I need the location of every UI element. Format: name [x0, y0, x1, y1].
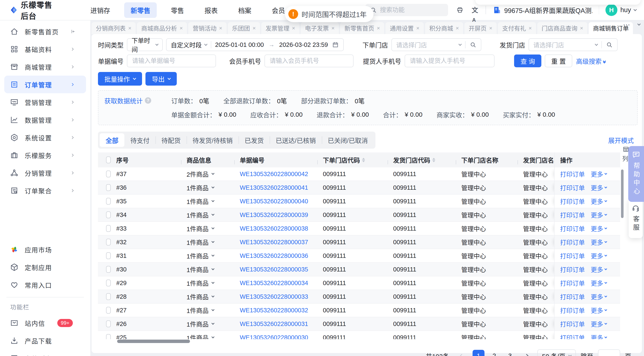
global-search[interactable] [366, 4, 448, 16]
more-actions-link[interactable]: 更多 [591, 333, 607, 339]
picker-phone-input[interactable] [405, 54, 494, 67]
sidebar-item[interactable]: 文件列表 [4, 350, 86, 356]
print-order-link[interactable]: 打印订单 [560, 306, 585, 315]
tabs-collapse-button[interactable] [638, 23, 640, 26]
row-items-dropdown[interactable]: 1件商品 [181, 251, 234, 260]
row-items-dropdown[interactable]: 1件商品 [181, 265, 234, 274]
col-ship-store-code[interactable]: 发货门店代码 [388, 156, 456, 164]
sidebar-item[interactable]: 定制应用 [4, 258, 86, 276]
row-checkbox[interactable] [106, 170, 111, 177]
more-actions-link[interactable]: 更多 [591, 210, 607, 219]
store-switcher[interactable]: 99675-A组新界面果蔬版QA测... [492, 5, 592, 15]
page-tab[interactable]: 支付有礼 × [498, 22, 536, 34]
page-tab[interactable]: 通用设置 × [386, 22, 424, 34]
sidebar-item[interactable]: 产品下载 [4, 332, 86, 350]
doc-no-link[interactable]: WE13053260228000038 [240, 225, 308, 232]
order-status-tab[interactable]: 全部 [100, 133, 124, 147]
jump-page-input[interactable] [598, 350, 620, 356]
sidebar-item[interactable]: 基础资料 [4, 40, 86, 58]
doc-no-link[interactable]: WE13053260228000039 [240, 212, 308, 218]
close-icon[interactable]: × [528, 25, 532, 32]
help-question-icon[interactable]: ? [145, 97, 151, 104]
print-order-link[interactable]: 打印订单 [560, 210, 585, 219]
row-checkbox[interactable] [106, 212, 111, 218]
fetch-stats-link[interactable]: 获取数据统计 ? [104, 96, 171, 105]
more-actions-link[interactable]: 更多 [591, 306, 607, 315]
print-order-link[interactable]: 打印订单 [560, 278, 585, 288]
row-checkbox[interactable] [106, 334, 111, 339]
more-actions-link[interactable]: 更多 [591, 170, 607, 178]
reset-button[interactable]: 重 置 [545, 54, 572, 67]
topbar-nav-item[interactable]: 报表 [198, 2, 224, 18]
order-store-select[interactable]: 请选择门店 [392, 38, 481, 51]
sort-icon[interactable] [362, 158, 365, 162]
search-icon[interactable] [606, 41, 613, 48]
tabs-more-button[interactable]: ⋯ [623, 20, 630, 29]
more-actions-link[interactable]: 更多 [591, 183, 607, 192]
advanced-search-link[interactable]: 高级搜索 [576, 56, 606, 66]
horizontal-scrollbar[interactable] [98, 339, 620, 344]
doc-no-input[interactable] [127, 54, 216, 67]
row-checkbox[interactable] [106, 252, 111, 259]
close-icon[interactable]: × [489, 25, 492, 32]
close-icon[interactable]: × [331, 25, 334, 32]
global-search-input[interactable] [380, 6, 444, 14]
print-order-link[interactable]: 打印订单 [560, 333, 585, 339]
search-button[interactable]: 查 询 [514, 54, 541, 67]
more-actions-link[interactable]: 更多 [591, 278, 607, 288]
more-actions-link[interactable]: 更多 [591, 224, 607, 233]
more-actions-link[interactable]: 更多 [591, 320, 607, 328]
close-icon[interactable]: × [252, 25, 256, 32]
user-menu[interactable]: H huy [606, 4, 636, 16]
row-checkbox[interactable] [106, 184, 111, 191]
doc-no-link[interactable]: WE13053260228000034 [240, 280, 308, 286]
close-icon[interactable]: × [128, 25, 132, 32]
app-logo[interactable]: 乐檬零售后台 [10, 0, 54, 21]
page-tab[interactable]: 发票管理 × [261, 22, 300, 34]
print-button[interactable] [456, 5, 464, 15]
page-tab[interactable]: 商城商品分析 × [137, 22, 187, 34]
doc-no-link[interactable]: WE13053260228000036 [240, 252, 308, 259]
row-checkbox[interactable] [106, 266, 111, 273]
language-button[interactable]: 文A [472, 5, 479, 15]
more-actions-link[interactable]: 更多 [591, 197, 607, 206]
row-checkbox[interactable] [106, 280, 111, 286]
print-order-link[interactable]: 打印订单 [560, 170, 585, 178]
doc-no-link[interactable]: WE13053260228000042 [240, 170, 308, 178]
row-items-dropdown[interactable]: 1件商品 [181, 292, 234, 301]
row-items-dropdown[interactable]: 1件商品 [181, 306, 234, 315]
more-actions-link[interactable]: 更多 [591, 251, 607, 260]
order-status-tab[interactable]: 已发货 [238, 133, 270, 147]
order-status-tab[interactable]: 已送达/已核销 [270, 133, 322, 147]
doc-no-link[interactable]: WE13053260228000033 [240, 293, 308, 300]
print-order-link[interactable]: 打印订单 [560, 183, 585, 192]
time-type-select[interactable]: 下单时间 [127, 38, 163, 51]
topbar-nav-item[interactable]: 档案 [232, 2, 258, 18]
sidebar-item[interactable]: 订单聚合 [4, 182, 86, 199]
prev-page-button[interactable] [456, 350, 468, 356]
sidebar-item[interactable]: 新零售首页 [4, 22, 86, 40]
page-tab[interactable]: 开屏页 × [464, 22, 497, 34]
sort-icon[interactable] [432, 158, 435, 162]
topbar-nav-item[interactable]: 零售 [164, 2, 190, 18]
row-items-dropdown[interactable]: 1件商品 [181, 224, 234, 233]
row-items-dropdown[interactable]: 1件商品 [181, 320, 234, 328]
row-items-dropdown[interactable]: 1件商品 [181, 238, 234, 246]
more-actions-link[interactable]: 更多 [591, 265, 607, 274]
print-order-link[interactable]: 打印订单 [560, 292, 585, 301]
more-actions-link[interactable]: 更多 [591, 292, 607, 301]
doc-no-link[interactable]: WE13053260228000032 [240, 307, 308, 314]
sidebar-item[interactable]: 常用入口 [4, 276, 86, 294]
page-tab[interactable]: 积分商城 × [425, 22, 463, 34]
row-checkbox[interactable] [106, 307, 111, 314]
doc-no-link[interactable]: WE13053260228000040 [240, 198, 308, 205]
sidebar-item[interactable]: 系统设置 [4, 128, 86, 146]
collapse-sidebar-icon[interactable] [70, 29, 76, 34]
order-status-tab[interactable]: 待配货 [156, 133, 186, 147]
page-tab[interactable]: 分销商列表 × [92, 22, 136, 34]
row-checkbox[interactable] [106, 198, 111, 204]
doc-no-link[interactable]: WE13053260228000041 [240, 184, 308, 191]
doc-no-link[interactable]: WE13053260228000037 [240, 239, 308, 246]
close-icon[interactable]: × [580, 25, 583, 32]
close-icon[interactable]: × [219, 25, 222, 32]
